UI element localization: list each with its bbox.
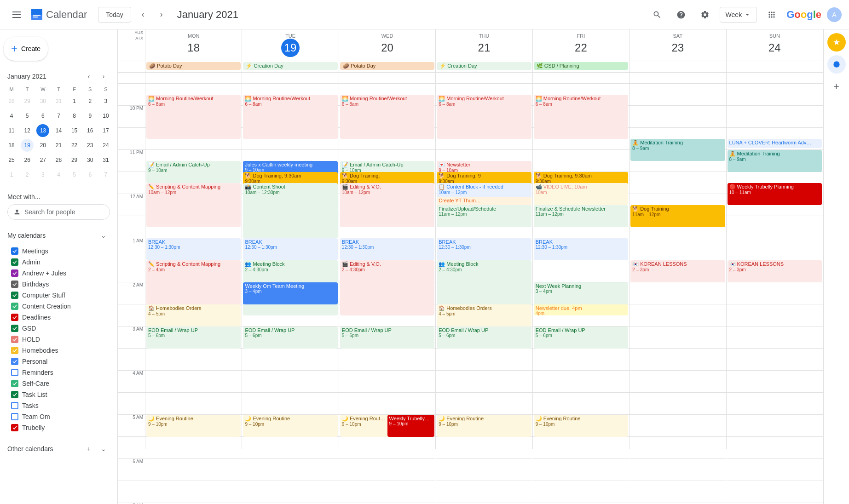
event-tue-6[interactable]: Weekly Om Team Meeting3 – 4pm xyxy=(243,282,337,304)
mini-day-14[interactable]: 14 xyxy=(52,124,65,137)
mini-day-31[interactable]: 31 xyxy=(52,95,65,108)
mini-next-button[interactable]: › xyxy=(97,70,110,83)
mini-day-29[interactable]: 29 xyxy=(21,95,34,108)
apps-button[interactable] xyxy=(762,6,781,24)
cal-item-trubelly[interactable]: Trubelly xyxy=(7,422,110,433)
mini-day-15[interactable]: 15 xyxy=(68,124,81,137)
event-sat-2[interactable]: 🇰🇷 KOREAN LESSONS2 – 3pm xyxy=(630,260,725,282)
event-thu-10[interactable]: 🌙 Evening Routine9 – 10pm xyxy=(437,415,531,437)
event-fri-5[interactable]: Next Week Planning3 – 4pm xyxy=(534,282,628,304)
mini-day-9[interactable]: 9 xyxy=(84,109,97,122)
day-num-0[interactable]: 18 xyxy=(185,39,203,57)
cal-item-task-list[interactable]: Task List xyxy=(7,389,110,400)
other-calendars-toggle[interactable]: ⌄ xyxy=(97,442,110,455)
mini-day-30[interactable]: 30 xyxy=(84,154,97,166)
mini-prev-button[interactable]: ‹ xyxy=(82,70,95,83)
mini-day-25[interactable]: 25 xyxy=(5,154,18,166)
event-tue-3[interactable]: 📸 Content Shoot10am – 12:30pm xyxy=(243,183,337,238)
mini-day-7[interactable]: 7 xyxy=(52,109,65,122)
mini-day-5[interactable]: 5 xyxy=(21,109,34,122)
menu-button[interactable] xyxy=(7,6,26,24)
right-icon-star[interactable]: ★ xyxy=(827,33,846,52)
user-avatar[interactable]: A xyxy=(827,7,842,22)
event-tue-8[interactable]: 🌙 Evening Routine9 – 10pm xyxy=(243,415,337,437)
event-mon-7[interactable]: 🌙 Evening Routine9 – 10pm xyxy=(146,415,241,437)
mini-day-4[interactable]: 4 xyxy=(5,109,18,122)
event-thu-0[interactable]: 🌅 Morning Routine/Werkout6 – 8am xyxy=(437,95,531,139)
cal-item-meetings[interactable]: Meetings xyxy=(7,246,110,257)
my-calendars-toggle[interactable]: ⌄ xyxy=(97,229,110,242)
mini-day-6[interactable]: 6 xyxy=(84,168,97,181)
mini-day-28[interactable]: 28 xyxy=(5,95,18,108)
mini-day-21[interactable]: 21 xyxy=(52,139,65,152)
day-num-2[interactable]: 20 xyxy=(378,39,397,57)
event-thu-8[interactable]: 🏠 Homebodies Orders4 – 5pm xyxy=(437,304,531,326)
search-people-input[interactable]: Search for people xyxy=(7,204,110,220)
event-fri-7[interactable]: EOD Email / Wrap UP5 – 6pm xyxy=(534,326,628,349)
event-fri-4[interactable]: BREAK12:30 – 1:30pm xyxy=(534,238,628,260)
event-tue-7[interactable]: EOD Email / Wrap UP5 – 6pm xyxy=(243,326,337,349)
event-fri-0[interactable]: 🌅 Morning Routine/Werkout6 – 8am xyxy=(534,95,628,139)
cal-item-computer-stuff[interactable]: Computer Stuff xyxy=(7,290,110,301)
event-fri-6[interactable]: Newsletter due, 4pm4pm xyxy=(534,304,628,315)
cal-item-team-om[interactable]: Team Om xyxy=(7,411,110,422)
event-wed-6[interactable]: EOD Email / Wrap UP5 – 6pm xyxy=(340,326,434,349)
mini-day-3[interactable]: 3 xyxy=(99,95,112,108)
mini-day-1[interactable]: 1 xyxy=(5,168,18,181)
mini-day-11[interactable]: 11 xyxy=(5,124,18,137)
event-mon-4[interactable]: ✏️ Scripting & Content Mapping2 – 4pm xyxy=(146,260,241,304)
cal-item-personal[interactable]: Personal xyxy=(7,356,110,367)
mini-day-6[interactable]: 6 xyxy=(36,109,49,122)
day-num-4[interactable]: 22 xyxy=(572,39,590,57)
allday-event[interactable]: 🌿 GSD / Planning xyxy=(534,62,628,70)
create-button[interactable]: + Create xyxy=(4,37,48,61)
mini-day-10[interactable]: 10 xyxy=(99,109,112,122)
mini-day-5[interactable]: 5 xyxy=(68,168,81,181)
event-sun-3[interactable]: 🇰🇷 KOREAN LESSONS2 – 3pm xyxy=(728,260,822,282)
mini-day-22[interactable]: 22 xyxy=(68,139,81,152)
allday-event[interactable]: ⚡ Creation Day xyxy=(243,62,337,70)
cal-item-reminders[interactable]: Reminders xyxy=(7,367,110,378)
mini-day-2[interactable]: 2 xyxy=(84,95,97,108)
event-fri-8[interactable]: 🌙 Evening Routine9 – 10pm xyxy=(534,415,628,437)
allday-event[interactable]: 🥔 Potato Day xyxy=(146,62,241,70)
event-mon-1[interactable]: 📝 Email / Admin Catch-Up9 – 10am xyxy=(146,161,241,183)
mini-day-26[interactable]: 26 xyxy=(21,154,34,166)
mini-day-7[interactable]: 7 xyxy=(99,168,112,181)
mini-day-18[interactable]: 18 xyxy=(5,139,18,152)
view-selector[interactable]: Week xyxy=(720,7,757,23)
cal-item-tasks[interactable]: Tasks xyxy=(7,400,110,411)
mini-day-4[interactable]: 4 xyxy=(52,168,65,181)
settings-button[interactable] xyxy=(696,6,714,24)
cal-item-admin[interactable]: Admin xyxy=(7,257,110,268)
mini-day-24[interactable]: 24 xyxy=(99,139,112,152)
cal-item-gsd[interactable]: GSD xyxy=(7,323,110,334)
event-wed-0[interactable]: 🌅 Morning Routine/Werkout6 – 8am xyxy=(340,95,434,139)
day-num-6[interactable]: 24 xyxy=(765,39,784,57)
event-mon-3[interactable]: BREAK12:30 – 1:30pm xyxy=(146,238,241,260)
event-thu-5[interactable]: Finalize/Upload/Schedule11am – 12pm xyxy=(437,205,531,227)
allday-event[interactable]: 🥔 Potato Day xyxy=(340,62,434,70)
day-num-3[interactable]: 21 xyxy=(475,39,493,57)
allday-event[interactable]: ⚡ Creation Day xyxy=(437,62,531,70)
mini-day-13[interactable]: 13 xyxy=(36,124,49,137)
cal-item-content-creation[interactable]: Content Creation xyxy=(7,301,110,312)
search-button[interactable] xyxy=(648,6,666,24)
event-mon-5[interactable]: 🏠 Homebodies Orders4 – 5pm xyxy=(146,304,241,326)
event-sat-0[interactable]: 🧘 Meditation Training8 – 9am xyxy=(630,139,725,161)
event-fri-3[interactable]: Finalize & Schedule Newsletter11am – 12p… xyxy=(534,205,628,227)
event-mon-2[interactable]: ✏️ Scripting & Content Mapping10am – 12p… xyxy=(146,183,241,227)
event-wed-5[interactable]: 🎬 Editing & V.O.2 – 4:30pm xyxy=(340,260,434,315)
today-button[interactable]: Today xyxy=(98,7,131,23)
event-wed-3[interactable]: 🎬 Editing & V.O.10am – 12pm xyxy=(340,183,434,227)
event-thu-6[interactable]: BREAK12:30 – 1:30pm xyxy=(437,238,531,260)
mini-day-29[interactable]: 29 xyxy=(68,154,81,166)
other-calendars-add[interactable]: + xyxy=(82,442,95,455)
mini-day-27[interactable]: 27 xyxy=(36,154,49,166)
event-thu-9[interactable]: EOD Email / Wrap UP5 – 6pm xyxy=(437,326,531,349)
prev-button[interactable]: ‹ xyxy=(135,6,151,23)
mini-day-28[interactable]: 28 xyxy=(52,154,65,166)
next-button[interactable]: › xyxy=(153,6,170,23)
event-tue-4[interactable]: BREAK12:30 – 1:30pm xyxy=(243,238,337,260)
mini-day-30[interactable]: 30 xyxy=(36,95,49,108)
